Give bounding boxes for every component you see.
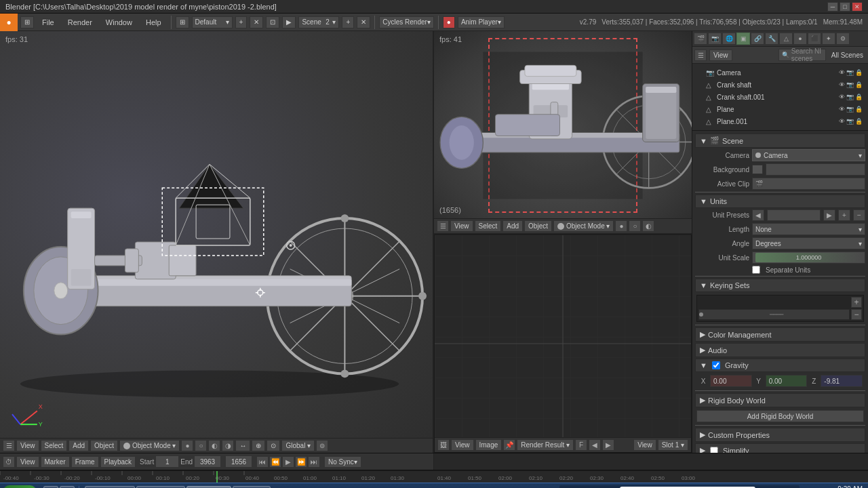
keying-sets-header[interactable]: ▼ Keying Sets bbox=[695, 279, 865, 292]
anim-icon[interactable]: ● bbox=[443, 16, 455, 28]
timeline-marker-btn[interactable]: Marker bbox=[41, 456, 70, 468]
keying-add-btn[interactable]: + bbox=[851, 297, 862, 308]
outliner-item-crankshaft[interactable]: △ Crank shaft 👁 📷 🔒 bbox=[695, 79, 865, 91]
current-frame-field[interactable]: 1656 bbox=[225, 455, 252, 468]
left-vp-add-btn[interactable]: Add bbox=[68, 440, 89, 451]
editor-type-btn[interactable]: ⊞ bbox=[176, 16, 189, 28]
audio-header[interactable]: ▶ Audio bbox=[695, 343, 865, 357]
left-vp-pivot[interactable]: ⊙ bbox=[267, 440, 280, 451]
rigid-body-header[interactable]: ▶ Rigid Body World bbox=[695, 393, 865, 407]
taskbar-chrome[interactable]: Chrome bbox=[136, 486, 185, 489]
anim-player-dropdown[interactable]: Anim Player▾ bbox=[458, 16, 505, 28]
close-layout-btn[interactable]: ✕ bbox=[250, 16, 263, 28]
plane-lock[interactable]: 🔒 bbox=[855, 106, 863, 113]
unit-presets-field[interactable] bbox=[767, 209, 821, 221]
crank-vis[interactable]: 👁 bbox=[839, 81, 845, 88]
prop-icon-object[interactable]: ▣ bbox=[736, 33, 750, 45]
custom-props-header[interactable]: ▶ Custom Properties bbox=[695, 428, 865, 442]
taskbar-folder[interactable]: 📁 Explorer bbox=[85, 486, 135, 489]
end-field[interactable]: 3963 bbox=[194, 455, 221, 468]
timeline-ruler-right[interactable] bbox=[434, 453, 868, 470]
left-vp-render[interactable]: ◐ bbox=[208, 440, 220, 451]
left-vp-object-btn[interactable]: Object bbox=[90, 440, 118, 451]
gravity-y-field[interactable]: 0.00 bbox=[766, 375, 808, 387]
img-nav2[interactable]: ▶ bbox=[602, 439, 614, 451]
cam-vp-shading1[interactable]: ● bbox=[615, 220, 627, 232]
left-vp-proportional[interactable]: ⊚ bbox=[316, 440, 328, 451]
outliner-item-camera[interactable]: 📷 Camera 👁 📷 🔒 bbox=[695, 66, 865, 79]
play-prev-btn[interactable]: ⏪ bbox=[269, 456, 281, 468]
unit-presets-prev[interactable]: ◀ bbox=[752, 209, 764, 221]
play-reverse-btn[interactable]: ⏮ bbox=[256, 456, 269, 468]
start-button[interactable]: Start bbox=[3, 485, 37, 489]
maximize-button[interactable]: □ bbox=[840, 2, 850, 12]
img-f-btn[interactable]: F bbox=[575, 439, 587, 451]
prop-icon-scene[interactable]: 🎬 bbox=[694, 33, 707, 45]
img-pin-btn[interactable]: 📌 bbox=[503, 439, 515, 451]
image-editor-viewport[interactable]: 🖼 View Image 📌 Render Result ▾ F ◀ ▶ Vie… bbox=[434, 235, 692, 453]
outliner-item-crankshaft001[interactable]: △ Crank shaft.001 👁 📷 🔒 bbox=[695, 91, 865, 103]
left-vp-transform[interactable]: ⊕ bbox=[252, 440, 265, 451]
cam-vp-view-btn[interactable]: View bbox=[450, 220, 473, 232]
left-vp-view-btn[interactable]: View bbox=[16, 440, 39, 451]
engine-dropdown[interactable]: Cycles Render▾ bbox=[379, 16, 434, 28]
taskbar-blender[interactable]: ◎ Blender bbox=[186, 486, 231, 489]
img-view-btn[interactable]: View bbox=[451, 439, 474, 451]
scene-search-input[interactable]: 🔍 Search NI scenes bbox=[778, 49, 826, 61]
camera-lock-icon[interactable]: 🔒 bbox=[855, 69, 863, 76]
outliner-item-plane[interactable]: △ Plane 👁 📷 🔒 bbox=[695, 103, 865, 115]
prop-icon-particles[interactable]: ✦ bbox=[822, 33, 835, 45]
cam-vp-mode-btn[interactable]: Object Mode ▾ bbox=[553, 220, 614, 232]
crank001-vis[interactable]: 👁 bbox=[839, 94, 845, 100]
plane001-vis[interactable]: 👁 bbox=[839, 118, 845, 125]
camera-vis-icon[interactable]: 👁 bbox=[839, 69, 845, 76]
cam-vp-shading2[interactable]: ○ bbox=[629, 220, 641, 232]
menu-window[interactable]: Window bbox=[100, 14, 138, 31]
close-button[interactable]: ✕ bbox=[852, 2, 863, 12]
units-section-header[interactable]: ▼ Units bbox=[695, 195, 865, 208]
img-slot-btn[interactable]: Slot 1 ▾ bbox=[658, 439, 688, 451]
prop-icon-constraint[interactable]: 🔗 bbox=[751, 33, 764, 45]
prop-icon-data[interactable]: △ bbox=[779, 33, 793, 45]
scene-add-btn[interactable]: + bbox=[342, 16, 354, 28]
menu-file[interactable]: File bbox=[37, 14, 60, 31]
crank-lock[interactable]: 🔒 bbox=[855, 81, 863, 88]
prop-icon-render[interactable]: 📷 bbox=[708, 33, 722, 45]
gravity-checkbox[interactable] bbox=[712, 361, 720, 369]
timeline-editor-icon[interactable]: ⏱ bbox=[3, 456, 15, 468]
taskbar-explorer[interactable]: 📁 bbox=[43, 486, 58, 489]
separate-units-checkbox[interactable] bbox=[752, 266, 760, 274]
timeline-view-btn[interactable]: View bbox=[16, 456, 39, 468]
taskbar-winamp[interactable]: ♪ Media bbox=[233, 486, 270, 489]
plane-vis[interactable]: 👁 bbox=[839, 106, 845, 113]
play-next-btn[interactable]: ⏩ bbox=[295, 456, 307, 468]
prop-icon-material[interactable]: ● bbox=[793, 33, 807, 45]
outliner-editor-icon[interactable]: ☰ bbox=[694, 49, 707, 61]
left-vp-shading2[interactable]: ○ bbox=[195, 440, 207, 451]
layout-icon-btn[interactable]: ⊞ bbox=[20, 16, 34, 28]
bg-value[interactable] bbox=[766, 163, 865, 176]
prop-icon-world[interactable]: 🌐 bbox=[722, 33, 736, 45]
left-viewport[interactable]: fps: 31 (1656) bbox=[0, 31, 434, 453]
add-rigid-body-btn[interactable]: Add Rigid Body World bbox=[696, 410, 864, 422]
gravity-z-field[interactable]: -9.81 bbox=[821, 375, 863, 387]
unit-presets-next[interactable]: ▶ bbox=[823, 209, 835, 221]
left-vp-editor-icon[interactable]: ☰ bbox=[3, 440, 15, 451]
camera-render-icon[interactable]: 📷 bbox=[846, 69, 854, 76]
left-vp-manipulate[interactable]: ↔ bbox=[235, 440, 250, 451]
left-vp-select-btn[interactable]: Select bbox=[41, 440, 68, 451]
prop-icon-texture[interactable]: ⬛ bbox=[808, 33, 821, 45]
color-mgmt-header[interactable]: ▶ Color Management bbox=[695, 327, 865, 342]
icons-btn[interactable]: ⊡ bbox=[266, 16, 279, 28]
crank001-lock[interactable]: 🔒 bbox=[855, 94, 863, 100]
img-editor-icon[interactable]: 🖼 bbox=[437, 439, 450, 451]
unit-presets-remove[interactable]: − bbox=[853, 209, 865, 221]
simplify-header[interactable]: ▶ Simplify bbox=[695, 443, 865, 453]
layout-dropdown[interactable]: Default▾ bbox=[192, 16, 233, 28]
gravity-x-field[interactable]: 0.00 bbox=[710, 375, 752, 387]
plane-render[interactable]: 📷 bbox=[846, 106, 854, 113]
camera-viewport[interactable]: fps: 41 (1656) bbox=[434, 31, 692, 235]
cam-vp-select-btn[interactable]: Select bbox=[475, 220, 502, 232]
outliner-item-plane001[interactable]: △ Plane.001 👁 📷 🔒 bbox=[695, 115, 865, 127]
unit-scale-value[interactable]: 1.000000 bbox=[752, 251, 865, 264]
